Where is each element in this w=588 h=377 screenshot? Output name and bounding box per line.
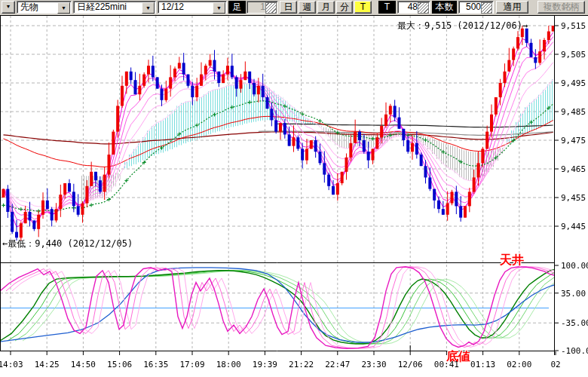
t-label: T [378,1,396,14]
toolbar: ▼ 先物 ▼ 日経225mini ▼ 12/12 ▼ 足 1 日 週 月 分 T… [0,0,588,15]
chart-canvas[interactable] [0,16,588,377]
tick-size-spinner[interactable]: 48 [397,1,430,14]
bar-count-value: 500 [466,2,481,12]
period-month-button[interactable]: 月 [317,1,335,14]
period-day-button[interactable]: 日 [280,1,297,14]
toolbar-separator [0,15,588,16]
chevron-down-icon[interactable]: ▼ [57,2,70,14]
tick-mode-button[interactable]: T [354,1,372,14]
spinner-icon[interactable] [481,2,492,14]
chevron-down-icon: ▼ [6,4,11,9]
contract-month-value: 12/12 [161,2,184,12]
honsu-label: 本数 [432,1,457,14]
period-week-button[interactable]: 週 [299,1,316,14]
period-minute-button[interactable]: 分 [336,1,353,14]
multi-symbol-button[interactable]: 複数銘柄 [537,1,585,14]
ashi-label: 足 [228,1,246,14]
contract-month-select[interactable]: 12/12 ▼ [158,1,227,14]
collapse-combo-button[interactable]: ▼ [2,1,15,14]
instrument-type-select[interactable]: 先物 ▼ [17,1,72,14]
symbol-value: 日経225mini [77,2,127,12]
chevron-down-icon[interactable]: ▼ [142,2,155,14]
spinner-icon[interactable] [265,2,277,14]
apply-button[interactable]: 適用 [496,1,528,14]
interval-spinner[interactable]: 1 [247,1,278,14]
bar-count-spinner[interactable]: 500 [458,1,494,14]
spinner-icon[interactable] [418,2,429,14]
interval-value: 1 [260,2,265,12]
chevron-down-icon[interactable]: ▼ [213,2,225,14]
symbol-select[interactable]: 日経225mini ▼ [73,1,156,14]
tick-size-value: 48 [408,2,418,12]
instrument-type-value: 先物 [20,2,38,12]
